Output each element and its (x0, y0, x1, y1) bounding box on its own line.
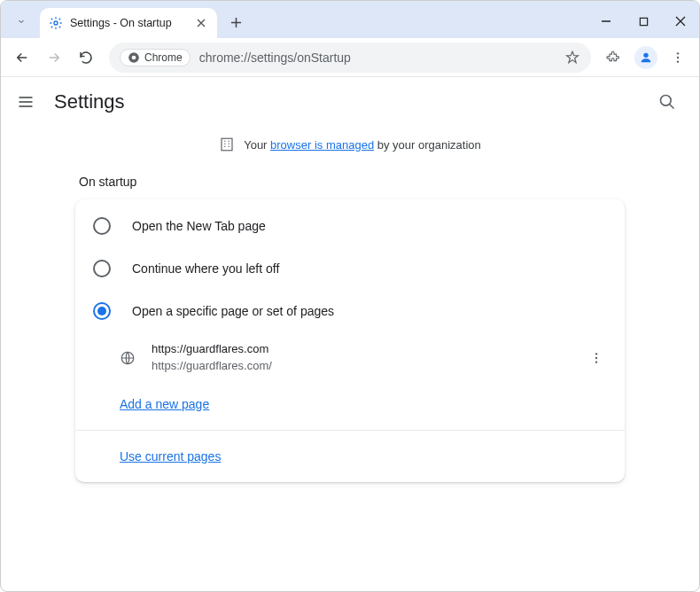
use-current-row: Use current pages (75, 436, 625, 477)
option-label: Open the New Tab page (132, 219, 266, 233)
browser-toolbar: Chrome chrome://settings/onStartup (1, 38, 699, 77)
option-specific-page[interactable]: Open a specific page or set of pages (75, 290, 625, 332)
svg-rect-1 (640, 18, 647, 25)
reload-icon (78, 50, 94, 66)
close-tab-button[interactable] (194, 16, 208, 30)
radio-icon (93, 302, 111, 320)
svg-point-11 (595, 353, 597, 354)
managed-link[interactable]: browser is managed (270, 138, 374, 152)
arrow-right-icon (46, 50, 62, 66)
extensions-button[interactable] (600, 43, 628, 72)
managed-banner: Your browser is managed by your organiza… (1, 127, 699, 162)
managed-text: Your browser is managed by your organiza… (244, 138, 481, 152)
chrome-icon (128, 51, 140, 64)
svg-point-7 (677, 60, 679, 62)
arrow-left-icon (14, 50, 30, 66)
add-page-row: Add a new page (75, 384, 625, 425)
puzzle-icon (606, 50, 622, 66)
page-item-url: https://guardflares.com/ (152, 358, 570, 375)
settings-header: Settings (1, 77, 699, 127)
hamburger-icon (17, 93, 35, 111)
tab-title: Settings - On startup (70, 17, 187, 29)
section-title: On startup (79, 175, 625, 189)
svg-point-6 (677, 56, 679, 58)
tab-search-dropdown[interactable] (8, 8, 35, 35)
globe-icon (120, 350, 136, 366)
building-icon (219, 136, 235, 152)
close-icon (675, 16, 686, 27)
use-current-link[interactable]: Use current pages (120, 449, 221, 463)
menu-toggle-button[interactable] (17, 93, 35, 111)
plus-icon (230, 17, 242, 28)
site-chip[interactable]: Chrome (120, 49, 191, 66)
startup-page-item: https://guardflares.com https://guardfla… (75, 332, 625, 384)
avatar (634, 46, 657, 69)
close-icon (197, 19, 206, 27)
radio-icon (93, 260, 111, 277)
svg-point-12 (595, 357, 597, 359)
search-icon (658, 93, 676, 111)
close-window-button[interactable] (662, 7, 699, 35)
browser-tab[interactable]: Settings - On startup (40, 8, 217, 38)
on-startup-section: On startup Open the New Tab page Continu… (75, 175, 625, 482)
page-text: https://guardflares.com https://guardfla… (152, 341, 570, 375)
svg-point-5 (677, 52, 679, 54)
person-icon (639, 51, 653, 65)
maximize-button[interactable] (625, 7, 662, 35)
chevron-down-icon (16, 16, 27, 27)
page-item-title: https://guardflares.com (152, 341, 570, 358)
window-controls (587, 7, 699, 35)
svg-point-3 (132, 55, 136, 59)
maximize-icon (639, 17, 649, 27)
radio-icon (93, 217, 111, 235)
gear-icon (49, 16, 63, 30)
page-title: Settings (54, 90, 632, 113)
menu-button[interactable] (664, 43, 692, 72)
svg-point-0 (54, 21, 58, 25)
startup-card: Open the New Tab page Continue where you… (75, 199, 625, 482)
profile-button[interactable] (632, 43, 660, 72)
option-new-tab[interactable]: Open the New Tab page (75, 205, 625, 247)
minimize-button[interactable] (587, 7, 625, 35)
search-settings-button[interactable] (651, 86, 683, 118)
new-tab-button[interactable] (222, 9, 249, 35)
option-label: Open a specific page or set of pages (132, 304, 334, 318)
window-titlebar: Settings - On startup (1, 1, 699, 38)
option-continue[interactable]: Continue where you left off (75, 247, 625, 290)
dots-vertical-icon (589, 351, 603, 365)
chip-label: Chrome (144, 51, 183, 64)
minimize-icon (601, 16, 611, 27)
svg-point-8 (661, 96, 672, 106)
svg-rect-9 (222, 138, 232, 151)
star-icon[interactable] (564, 50, 580, 66)
reload-button[interactable] (72, 43, 100, 72)
svg-point-13 (595, 361, 597, 362)
divider (75, 430, 625, 431)
add-page-link[interactable]: Add a new page (120, 397, 209, 411)
dots-vertical-icon (671, 51, 685, 65)
forward-button[interactable] (40, 43, 68, 72)
svg-point-4 (643, 52, 648, 57)
address-bar[interactable]: Chrome chrome://settings/onStartup (109, 43, 591, 73)
page-more-button[interactable] (586, 347, 607, 369)
url-text: chrome://settings/onStartup (199, 51, 556, 65)
back-button[interactable] (8, 43, 36, 72)
option-label: Continue where you left off (132, 261, 279, 276)
